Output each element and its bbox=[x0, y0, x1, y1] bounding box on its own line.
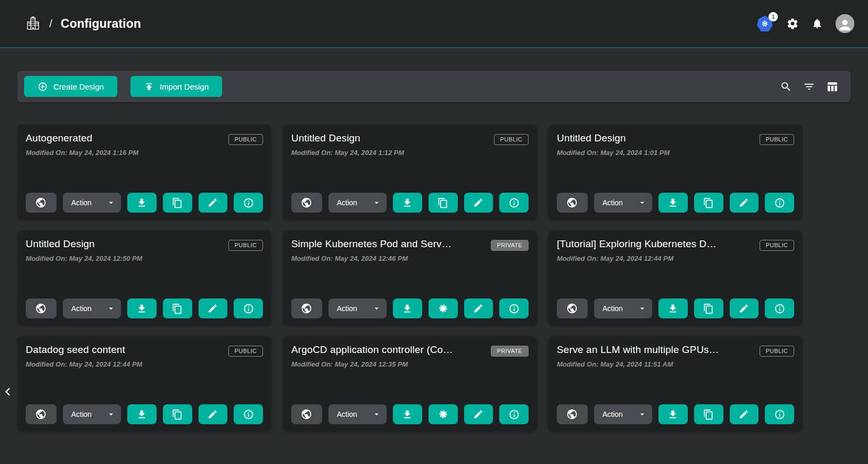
app-header: / Configuration bbox=[0, 0, 868, 48]
clone-button[interactable] bbox=[694, 193, 723, 213]
info-button[interactable] bbox=[234, 193, 263, 213]
download-icon bbox=[402, 409, 413, 420]
action-button[interactable]: Action bbox=[328, 193, 366, 213]
download-button[interactable] bbox=[658, 404, 688, 424]
download-button[interactable] bbox=[127, 404, 157, 424]
action-split-button: Action bbox=[328, 404, 387, 424]
edit-button[interactable] bbox=[730, 404, 759, 424]
create-design-button[interactable]: Create Design bbox=[24, 76, 117, 97]
edit-button[interactable] bbox=[730, 193, 759, 213]
action-dropdown-button[interactable] bbox=[101, 193, 121, 213]
design-card[interactable]: Simple Kubernetes Pod and Serv… PRIVATE … bbox=[283, 230, 537, 326]
design-card[interactable]: Autogenerated PUBLIC Modified On: May 24… bbox=[17, 125, 271, 220]
search-button[interactable] bbox=[780, 81, 792, 93]
visibility-globe-button[interactable] bbox=[557, 193, 588, 213]
visibility-globe-button[interactable] bbox=[26, 299, 57, 318]
design-card[interactable]: Untitled Design PUBLIC Modified On: May … bbox=[17, 230, 271, 326]
clone-button[interactable] bbox=[694, 299, 723, 318]
kanvas-button[interactable] bbox=[428, 299, 458, 318]
edit-button[interactable] bbox=[464, 404, 493, 424]
action-button[interactable]: Action bbox=[328, 299, 366, 318]
globe-icon bbox=[566, 303, 578, 314]
action-dropdown-button[interactable] bbox=[632, 404, 652, 424]
info-button[interactable] bbox=[765, 299, 794, 318]
info-button[interactable] bbox=[499, 299, 529, 318]
download-button[interactable] bbox=[127, 299, 157, 318]
visibility-badge: PRIVATE bbox=[491, 240, 529, 251]
bell-icon bbox=[811, 18, 823, 29]
action-dropdown-button[interactable] bbox=[366, 193, 387, 213]
action-button[interactable]: Action bbox=[594, 193, 632, 213]
user-avatar[interactable] bbox=[836, 14, 854, 33]
visibility-globe-button[interactable] bbox=[26, 404, 57, 424]
caret-down-icon bbox=[372, 410, 381, 419]
action-dropdown-button[interactable] bbox=[366, 299, 387, 318]
copy-icon bbox=[437, 197, 448, 208]
table-view-button[interactable] bbox=[826, 81, 838, 93]
edit-button[interactable] bbox=[464, 193, 493, 213]
clone-button[interactable] bbox=[694, 404, 723, 424]
action-button[interactable]: Action bbox=[594, 404, 632, 424]
action-button[interactable]: Action bbox=[328, 404, 366, 424]
clone-button[interactable] bbox=[163, 193, 192, 213]
action-button-label: Action bbox=[602, 304, 623, 313]
action-split-button: Action bbox=[594, 193, 652, 213]
action-button[interactable]: Action bbox=[63, 404, 101, 424]
clone-button[interactable] bbox=[428, 193, 458, 213]
edit-button[interactable] bbox=[199, 404, 228, 424]
download-button[interactable] bbox=[658, 299, 688, 318]
sidebar-collapse-toggle[interactable] bbox=[1, 383, 15, 400]
info-button[interactable] bbox=[765, 404, 794, 424]
card-header: Untitled Design PUBLIC bbox=[291, 132, 529, 145]
design-card[interactable]: [Tutorial] Exploring Kubernetes D… PUBLI… bbox=[548, 230, 803, 326]
kubernetes-context-button[interactable]: 1 bbox=[757, 15, 774, 32]
design-card[interactable]: Untitled Design PUBLIC Modified On: May … bbox=[283, 125, 537, 220]
edit-button[interactable] bbox=[199, 193, 228, 213]
action-button[interactable]: Action bbox=[63, 299, 101, 318]
download-button[interactable] bbox=[393, 404, 422, 424]
design-card[interactable]: Datadog seed content PUBLIC Modified On:… bbox=[17, 336, 271, 432]
filter-button[interactable] bbox=[803, 81, 815, 93]
info-button[interactable] bbox=[499, 193, 529, 213]
action-button-label: Action bbox=[71, 198, 92, 207]
design-card[interactable]: Untitled Design PUBLIC Modified On: May … bbox=[548, 125, 803, 220]
design-card[interactable]: Serve an LLM with multiple GPUs… PUBLIC … bbox=[548, 336, 803, 432]
action-dropdown-button[interactable] bbox=[101, 299, 121, 318]
import-design-button[interactable]: Import Design bbox=[130, 76, 222, 97]
visibility-globe-button[interactable] bbox=[557, 404, 588, 424]
copy-icon bbox=[703, 303, 714, 314]
action-dropdown-button[interactable] bbox=[101, 404, 121, 424]
download-button[interactable] bbox=[393, 299, 422, 318]
notifications-button[interactable] bbox=[811, 18, 823, 29]
visibility-badge: PUBLIC bbox=[228, 346, 263, 357]
action-button[interactable]: Action bbox=[594, 299, 632, 318]
download-button[interactable] bbox=[658, 193, 688, 213]
info-button[interactable] bbox=[765, 193, 794, 213]
globe-icon bbox=[35, 408, 47, 420]
action-dropdown-button[interactable] bbox=[366, 404, 387, 424]
pencil-icon bbox=[473, 197, 484, 208]
visibility-badge: PUBLIC bbox=[228, 240, 263, 251]
info-button[interactable] bbox=[499, 404, 529, 424]
info-button[interactable] bbox=[234, 404, 263, 424]
info-button[interactable] bbox=[234, 299, 263, 318]
visibility-globe-button[interactable] bbox=[291, 404, 322, 424]
kanvas-button[interactable] bbox=[428, 404, 458, 424]
card-header: Datadog seed content PUBLIC bbox=[26, 344, 263, 357]
visibility-globe-button[interactable] bbox=[26, 193, 57, 213]
clone-button[interactable] bbox=[163, 404, 192, 424]
download-button[interactable] bbox=[127, 193, 157, 213]
action-dropdown-button[interactable] bbox=[632, 299, 652, 318]
edit-button[interactable] bbox=[464, 299, 493, 318]
visibility-globe-button[interactable] bbox=[291, 193, 322, 213]
visibility-globe-button[interactable] bbox=[557, 299, 588, 318]
settings-button[interactable] bbox=[786, 17, 799, 30]
action-button[interactable]: Action bbox=[63, 193, 101, 213]
design-card[interactable]: ArgoCD application controller (Co… PRIVA… bbox=[283, 336, 537, 432]
visibility-globe-button[interactable] bbox=[291, 299, 322, 318]
download-button[interactable] bbox=[393, 193, 422, 213]
action-dropdown-button[interactable] bbox=[632, 193, 652, 213]
edit-button[interactable] bbox=[730, 299, 759, 318]
edit-button[interactable] bbox=[199, 299, 228, 318]
clone-button[interactable] bbox=[163, 299, 192, 318]
